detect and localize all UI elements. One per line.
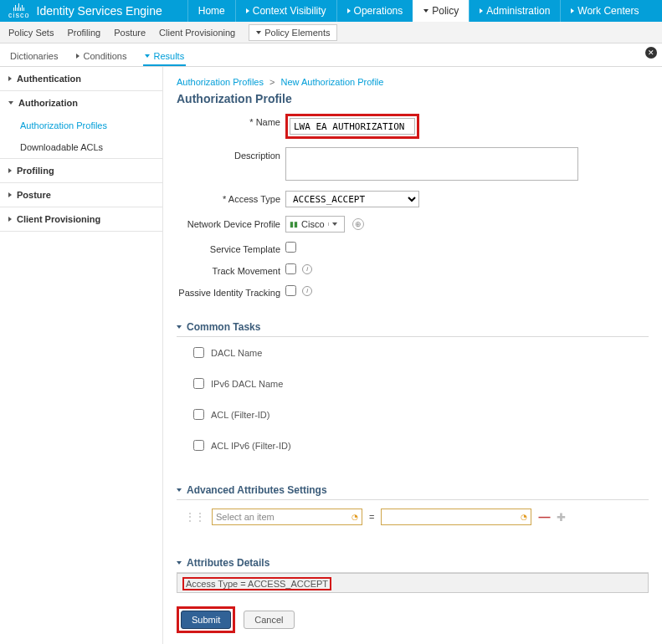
nav-work-centers[interactable]: Work Centers xyxy=(560,0,649,22)
breadcrumb-root[interactable]: Authorization Profiles xyxy=(177,77,264,87)
nav-home[interactable]: Home xyxy=(187,0,235,22)
cancel-button[interactable]: Cancel xyxy=(244,611,294,629)
caret-right-icon xyxy=(8,76,12,81)
sidebar-item-authentication[interactable]: Authentication xyxy=(0,67,162,90)
sidebar: Authentication Authorization Authorizati… xyxy=(0,67,163,644)
tab-dictionaries[interactable]: Dictionaries xyxy=(8,51,59,66)
caret-down-icon xyxy=(256,31,261,34)
subnav-policy-sets[interactable]: Policy Sets xyxy=(8,28,54,38)
caret-down-icon xyxy=(8,101,13,105)
section-advanced-attributes[interactable]: Advanced Attributes Settings xyxy=(177,481,649,500)
nav-administration[interactable]: Administration xyxy=(469,0,560,22)
top-nav: Home Context Visibility Operations Polic… xyxy=(187,0,649,22)
task-acl-ipv6-filter-id-checkbox[interactable] xyxy=(193,440,204,451)
nav-policy[interactable]: Policy xyxy=(413,0,469,22)
task-acl-ipv6-filter-id-label: ACL IPv6 (Filter-ID) xyxy=(211,441,291,451)
submit-button[interactable]: Submit xyxy=(181,611,231,629)
caret-down-icon xyxy=(145,54,150,58)
highlight-attributes-text: Access Type = ACCESS_ACCEPT xyxy=(182,577,331,590)
label-name: * Name xyxy=(177,114,285,127)
caret-right-icon xyxy=(347,8,351,13)
subnav-client-provisioning[interactable]: Client Provisioning xyxy=(159,28,235,38)
close-icon[interactable]: ✕ xyxy=(645,47,657,59)
subnav-posture[interactable]: Posture xyxy=(114,28,146,38)
label-track-movement: Track Movement xyxy=(177,263,285,276)
caret-down-icon xyxy=(177,488,182,492)
service-template-checkbox[interactable] xyxy=(285,242,296,253)
task-ipv6-dacl-name-checkbox[interactable] xyxy=(193,378,204,389)
info-icon[interactable]: i xyxy=(302,264,312,274)
advanced-attr-value-select[interactable]: ◔ xyxy=(381,509,531,525)
tab-results[interactable]: Results xyxy=(143,51,186,66)
section-common-tasks[interactable]: Common Tasks xyxy=(177,318,649,337)
sidebar-item-posture[interactable]: Posture xyxy=(0,183,162,207)
caret-right-icon xyxy=(76,54,80,59)
content-area: Authorization Profiles > New Authorizati… xyxy=(163,67,662,644)
product-title: Identity Services Engine xyxy=(37,4,162,18)
caret-right-icon xyxy=(480,8,483,13)
page-title: Authorization Profile xyxy=(177,92,649,105)
name-input[interactable] xyxy=(290,118,415,135)
sidebar-sub-authorization-profiles[interactable]: Authorization Profiles xyxy=(0,115,162,136)
breadcrumb-current: New Authorization Profile xyxy=(281,77,384,87)
sub-nav: Policy Sets Profiling Posture Client Pro… xyxy=(0,22,662,43)
subnav-policy-elements[interactable]: Policy Elements xyxy=(249,24,337,41)
passive-identity-checkbox[interactable] xyxy=(285,285,296,296)
sidebar-item-profiling[interactable]: Profiling xyxy=(0,159,162,182)
highlight-submit: Submit xyxy=(177,606,235,633)
sidebar-item-authorization[interactable]: Authorization xyxy=(0,91,162,115)
nav-context-visibility[interactable]: Context Visibility xyxy=(235,0,336,22)
caret-down-icon xyxy=(177,561,182,565)
caret-right-icon xyxy=(8,192,12,197)
remove-row-icon[interactable]: — xyxy=(538,510,550,524)
add-row-icon[interactable]: ✚ xyxy=(557,511,566,524)
equals-label: = xyxy=(369,512,374,522)
top-menu-bar: cisco Identity Services Engine Home Cont… xyxy=(0,0,662,22)
breadcrumb: Authorization Profiles > New Authorizati… xyxy=(177,77,649,87)
caret-right-icon xyxy=(246,8,249,13)
cisco-logo: cisco xyxy=(8,3,30,19)
caret-right-icon xyxy=(8,217,12,222)
tab-conditions[interactable]: Conditions xyxy=(74,51,128,66)
label-service-template: Service Template xyxy=(177,241,285,254)
subnav-profiling[interactable]: Profiling xyxy=(67,28,100,38)
globe-icon[interactable]: ⊕ xyxy=(352,218,364,230)
task-ipv6-dacl-name-label: IPv6 DACL Name xyxy=(211,379,283,389)
task-dacl-name-checkbox[interactable] xyxy=(193,347,204,358)
advanced-attr-key-select[interactable]: Select an item ◔ xyxy=(212,509,362,525)
nav-operations[interactable]: Operations xyxy=(336,0,413,22)
dropdown-arrow-icon: ◔ xyxy=(352,513,358,521)
label-access-type: * Access Type xyxy=(177,191,285,204)
info-icon[interactable]: i xyxy=(302,286,312,296)
brand-block: cisco Identity Services Engine xyxy=(0,3,171,19)
ndp-select[interactable]: ▮▮ Cisco xyxy=(285,216,345,233)
label-description: Description xyxy=(177,147,285,161)
drag-handle-icon[interactable]: ⋮⋮ xyxy=(185,511,205,523)
caret-down-icon xyxy=(177,325,182,329)
section-attributes-details[interactable]: Attributes Details xyxy=(177,554,649,573)
caret-down-icon xyxy=(332,222,337,226)
task-acl-filter-id-label: ACL (Filter-ID) xyxy=(211,410,269,420)
task-acl-filter-id-checkbox[interactable] xyxy=(193,409,204,420)
sidebar-item-client-provisioning[interactable]: Client Provisioning xyxy=(0,207,162,231)
label-passive-identity: Passive Identity Tracking xyxy=(177,284,285,298)
caret-right-icon xyxy=(571,8,574,13)
task-dacl-name-label: DACL Name xyxy=(211,348,262,358)
label-ndp: Network Device Profile xyxy=(177,216,285,229)
access-type-select[interactable]: ACCESS_ACCEPT xyxy=(285,191,419,207)
tertiary-tabs: Dictionaries Conditions Results ✕ xyxy=(0,43,662,67)
track-movement-checkbox[interactable] xyxy=(285,263,296,274)
caret-down-icon xyxy=(423,9,429,13)
sidebar-sub-downloadable-acls[interactable]: Downloadable ACLs xyxy=(0,136,162,158)
dropdown-arrow-icon: ◔ xyxy=(521,513,527,521)
description-textarea[interactable] xyxy=(285,147,578,181)
attributes-details-box: Access Type = ACCESS_ACCEPT xyxy=(177,573,649,593)
highlight-name xyxy=(285,114,419,139)
caret-right-icon xyxy=(8,168,12,173)
